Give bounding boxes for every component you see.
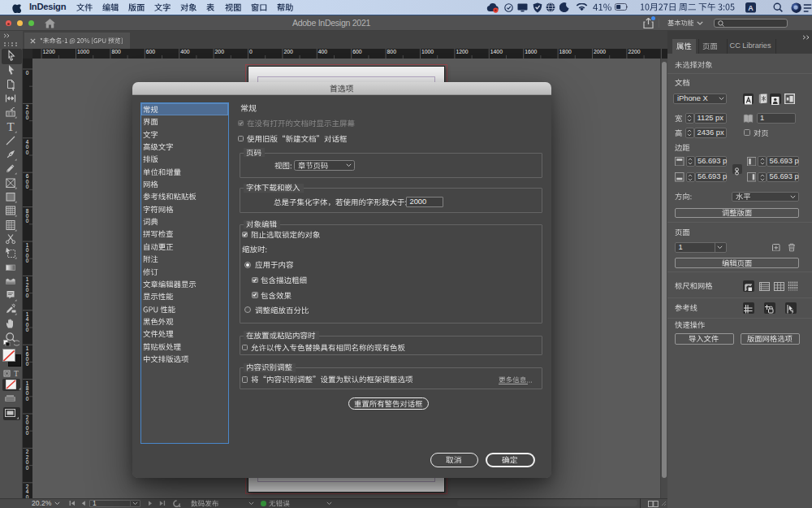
svg-text:T: T: [14, 370, 19, 377]
svg-text:A: A: [748, 4, 754, 12]
svg-text:T: T: [6, 120, 14, 133]
